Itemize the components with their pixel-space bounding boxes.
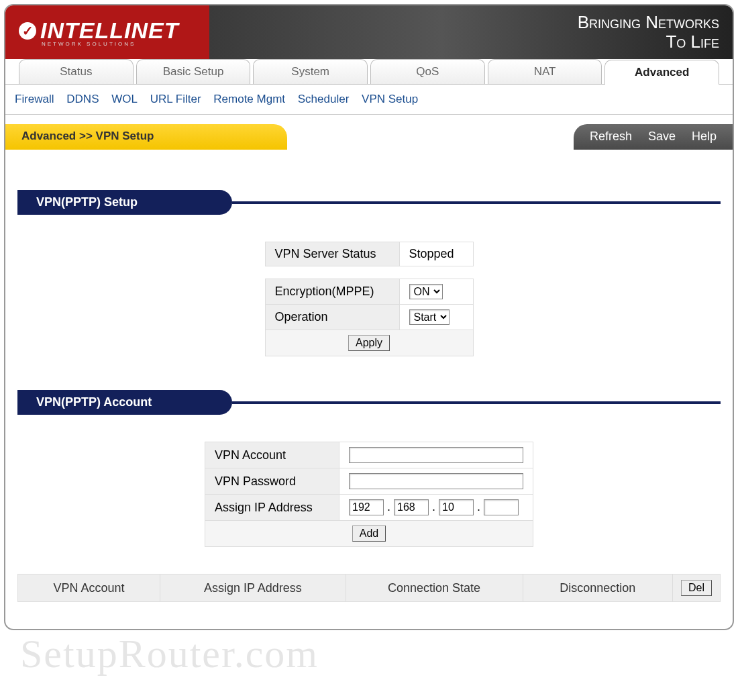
page-actions: Refresh Save Help xyxy=(574,124,733,150)
ip-octet-2[interactable] xyxy=(394,499,429,515)
col-conn-state: Connection State xyxy=(346,574,523,602)
delete-button[interactable]: Del xyxy=(681,580,712,596)
tab-status[interactable]: Status xyxy=(19,59,134,84)
brand-logo: ✓ INTELLINET xyxy=(19,17,178,44)
add-button[interactable]: Add xyxy=(352,526,386,542)
save-button[interactable]: Save xyxy=(648,130,676,144)
section-rule xyxy=(232,401,721,404)
operation-label: Operation xyxy=(265,305,399,330)
section-rule xyxy=(232,201,721,204)
slogan-line1: Bringing Networks xyxy=(578,13,719,32)
vpn-status-label: VPN Server Status xyxy=(265,242,399,266)
assign-ip-cell: . . . xyxy=(339,495,533,521)
vpn-account-input[interactable] xyxy=(349,447,523,463)
apply-button[interactable]: Apply xyxy=(348,335,390,351)
check-icon: ✓ xyxy=(19,22,36,40)
brand-name: INTELLINET xyxy=(40,17,178,44)
subnav-firewall[interactable]: Firewall xyxy=(15,93,54,105)
col-vpn-account: VPN Account xyxy=(18,574,160,602)
tab-qos[interactable]: QoS xyxy=(370,59,485,84)
slogan-line2: To Life xyxy=(578,32,719,52)
vpn-setup-table: VPN Server Status Stopped xyxy=(265,242,474,266)
tab-nat[interactable]: NAT xyxy=(488,59,602,84)
subnav-ddns[interactable]: DDNS xyxy=(66,93,99,105)
vpn-status-value: Stopped xyxy=(399,242,473,266)
tab-advanced[interactable]: Advanced xyxy=(604,60,719,85)
section-title-account: VPN(PPTP) Account xyxy=(17,390,232,415)
breadcrumb: Advanced >> VPN Setup xyxy=(5,124,287,150)
ip-octet-3[interactable] xyxy=(439,499,474,515)
main-tabs: Status Basic Setup System QoS NAT Advanc… xyxy=(5,59,733,85)
encryption-label: Encryption(MPPE) xyxy=(265,279,399,305)
ip-octet-4[interactable] xyxy=(484,499,519,515)
col-disconnection: Disconnection xyxy=(523,574,672,602)
vpn-account-label: VPN Account xyxy=(205,442,339,468)
help-button[interactable]: Help xyxy=(692,130,717,144)
assign-ip-label: Assign IP Address xyxy=(205,495,339,521)
watermark: SetupRouter.com xyxy=(20,631,319,634)
encryption-select[interactable]: ON xyxy=(409,284,443,299)
slogan: Bringing Networks To Life xyxy=(578,13,719,51)
vpn-account-table: VPN Account VPN Password Assign IP Addre… xyxy=(205,442,533,547)
vpn-config-table: Encryption(MPPE) ON Operation Start Appl… xyxy=(265,279,474,356)
vpn-password-label: VPN Password xyxy=(205,468,339,495)
subnav-url-filter[interactable]: URL Filter xyxy=(150,93,201,105)
section-title-setup: VPN(PPTP) Setup xyxy=(17,190,232,215)
header: ✓ INTELLINET NETWORK SOLUTIONS Bringing … xyxy=(5,5,733,59)
operation-select[interactable]: Start xyxy=(409,309,450,325)
refresh-button[interactable]: Refresh xyxy=(590,130,632,144)
vpn-connections-table: VPN Account Assign IP Address Connection… xyxy=(17,574,721,602)
subnav-remote-mgmt[interactable]: Remote Mgmt xyxy=(213,93,285,105)
subnav-vpn-setup[interactable]: VPN Setup xyxy=(362,93,418,105)
ip-octet-1[interactable] xyxy=(349,499,384,515)
tab-system[interactable]: System xyxy=(253,59,368,84)
sub-nav: Firewall DDNS WOL URL Filter Remote Mgmt… xyxy=(5,85,733,115)
vpn-password-input[interactable] xyxy=(349,473,523,489)
tab-basic-setup[interactable]: Basic Setup xyxy=(136,59,251,84)
subnav-wol[interactable]: WOL xyxy=(111,93,138,105)
col-assign-ip: Assign IP Address xyxy=(160,574,346,602)
subnav-scheduler[interactable]: Scheduler xyxy=(298,93,350,105)
